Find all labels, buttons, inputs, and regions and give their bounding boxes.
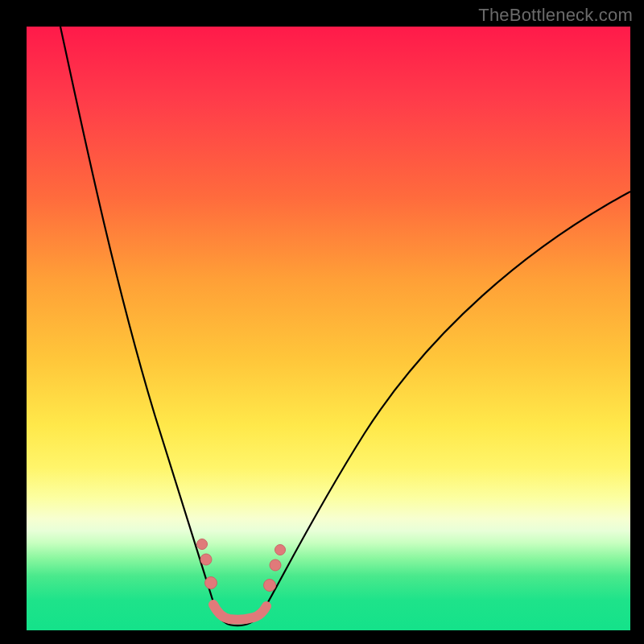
- marker-dot: [264, 580, 276, 592]
- marker-dot: [197, 539, 208, 550]
- watermark-text: TheBottleneck.com: [478, 5, 633, 26]
- marker-dot: [200, 554, 212, 565]
- valley-floor-stroke: [213, 605, 266, 620]
- bottleneck-curve: [60, 27, 630, 625]
- marker-dot: [275, 545, 286, 555]
- chart-svg: [27, 27, 630, 630]
- marker-dot: [270, 559, 281, 571]
- plot-area: [27, 27, 630, 630]
- chart-frame: TheBottleneck.com: [0, 0, 644, 644]
- marker-dot: [205, 577, 217, 589]
